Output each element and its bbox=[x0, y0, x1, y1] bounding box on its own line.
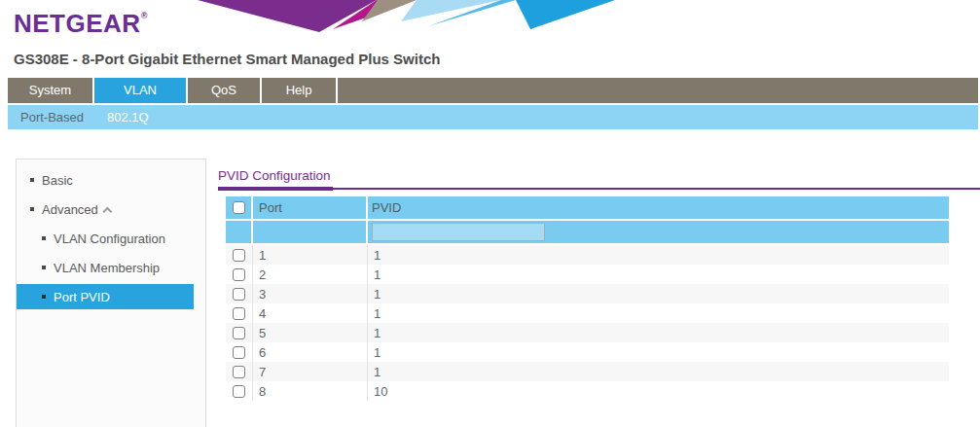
tab-help[interactable]: Help bbox=[262, 78, 338, 103]
pvid-cell: 1 bbox=[368, 265, 949, 284]
netgear-logo: NETGEAR® bbox=[14, 9, 148, 39]
row-checkbox-cell bbox=[226, 323, 253, 342]
row-checkbox[interactable] bbox=[233, 385, 245, 398]
filter-checkbox-cell bbox=[226, 221, 253, 243]
port-cell: 3 bbox=[253, 284, 368, 303]
row-checkbox[interactable] bbox=[233, 307, 245, 320]
table-body: 11213141516171810 bbox=[226, 245, 949, 401]
row-checkbox-cell bbox=[226, 265, 253, 284]
row-checkbox[interactable] bbox=[233, 346, 245, 359]
table-row: 31 bbox=[226, 284, 949, 303]
table-row: 71 bbox=[226, 362, 949, 381]
bullet-icon bbox=[42, 266, 46, 269]
pvid-column-header: PVID bbox=[368, 196, 949, 219]
subnav-8021q[interactable]: 802.1Q bbox=[107, 110, 149, 125]
row-checkbox-cell bbox=[226, 381, 253, 401]
filter-pvid-cell bbox=[368, 221, 949, 243]
logo-text: NETGEAR bbox=[14, 9, 141, 38]
pvid-cell: 1 bbox=[368, 342, 949, 362]
row-checkbox[interactable] bbox=[233, 366, 245, 378]
port-cell: 7 bbox=[253, 362, 368, 381]
sidebar-item-label: Port PVID bbox=[54, 290, 110, 304]
pvid-cell: 1 bbox=[368, 245, 949, 265]
chevron-up-icon bbox=[102, 206, 112, 216]
registered-mark-icon: ® bbox=[141, 11, 148, 20]
sidebar-item-label: Advanced bbox=[42, 202, 98, 217]
bullet-icon bbox=[30, 178, 34, 182]
port-cell: 1 bbox=[253, 245, 368, 265]
tab-qos[interactable]: QoS bbox=[188, 78, 262, 103]
tab-vlan[interactable]: VLAN bbox=[94, 78, 188, 103]
row-checkbox[interactable] bbox=[233, 327, 245, 339]
row-checkbox-cell bbox=[226, 245, 253, 265]
pvid-cell: 1 bbox=[368, 362, 949, 381]
table-row: 61 bbox=[226, 342, 949, 362]
table-filter-row bbox=[226, 221, 949, 243]
sidebar-item-vlan-configuration[interactable]: VLAN Configuration bbox=[17, 224, 205, 253]
table-row: 11 bbox=[226, 245, 949, 265]
section-heading-row: PVID Configuration bbox=[218, 165, 980, 190]
header-checkbox-cell bbox=[226, 196, 253, 219]
sidebar-item-port-pvid[interactable]: Port PVID bbox=[17, 284, 194, 309]
row-checkbox-cell bbox=[226, 303, 253, 323]
pvid-cell: 1 bbox=[368, 303, 949, 323]
sidebar-item-label: Basic bbox=[42, 173, 73, 188]
row-checkbox[interactable] bbox=[233, 249, 245, 262]
bullet-icon bbox=[42, 295, 46, 299]
table-header-row: Port PVID bbox=[226, 196, 949, 219]
port-cell: 4 bbox=[253, 303, 368, 323]
sidebar: Basic Advanced VLAN Configuration VLAN M… bbox=[16, 159, 206, 427]
bullet-icon bbox=[42, 236, 46, 240]
table-row: 810 bbox=[226, 381, 949, 401]
sidebar-item-label: VLAN Configuration bbox=[54, 231, 165, 246]
table-row: 41 bbox=[226, 303, 949, 323]
pvid-cell: 1 bbox=[368, 284, 949, 303]
filter-port-cell bbox=[253, 221, 368, 243]
bullet-icon bbox=[30, 207, 34, 211]
tab-system[interactable]: System bbox=[8, 78, 94, 103]
port-cell: 2 bbox=[253, 265, 368, 284]
select-all-checkbox[interactable] bbox=[233, 201, 245, 214]
nav-filler bbox=[338, 78, 978, 103]
row-checkbox-cell bbox=[226, 362, 253, 381]
sidebar-item-vlan-membership[interactable]: VLAN Membership bbox=[17, 253, 205, 282]
sidebar-item-label: VLAN Membership bbox=[54, 261, 160, 275]
port-column-header: Port bbox=[253, 196, 368, 219]
pvid-table: Port PVID 11213141516171810 bbox=[226, 196, 949, 401]
vlan-subnav: Port-Based 802.1Q bbox=[8, 105, 978, 129]
row-checkbox-cell bbox=[226, 284, 253, 303]
table-row: 21 bbox=[226, 265, 949, 284]
port-cell: 6 bbox=[253, 342, 368, 362]
port-cell: 8 bbox=[253, 381, 368, 401]
section-heading: PVID Configuration bbox=[218, 165, 333, 191]
sidebar-item-basic[interactable]: Basic bbox=[17, 165, 205, 195]
sidebar-item-advanced[interactable]: Advanced bbox=[17, 195, 205, 224]
main-content: PVID Configuration Port PVID 11213141516… bbox=[218, 165, 980, 401]
row-checkbox[interactable] bbox=[233, 268, 245, 281]
port-cell: 5 bbox=[253, 323, 368, 342]
table-row: 51 bbox=[226, 323, 949, 342]
pvid-cell: 10 bbox=[368, 381, 949, 401]
row-checkbox[interactable] bbox=[233, 288, 245, 301]
main-nav: System VLAN QoS Help bbox=[8, 78, 978, 103]
pvid-input[interactable] bbox=[372, 223, 545, 241]
row-checkbox-cell bbox=[226, 342, 253, 362]
header: NETGEAR® GS308E - 8-Port Gigabit Etherne… bbox=[0, 0, 980, 76]
pvid-cell: 1 bbox=[368, 323, 949, 342]
subnav-port-based[interactable]: Port-Based bbox=[20, 110, 84, 125]
banner-triangles-icon bbox=[187, 0, 615, 32]
page-title: GS308E - 8-Port Gigabit Ethernet Smart M… bbox=[14, 51, 440, 67]
